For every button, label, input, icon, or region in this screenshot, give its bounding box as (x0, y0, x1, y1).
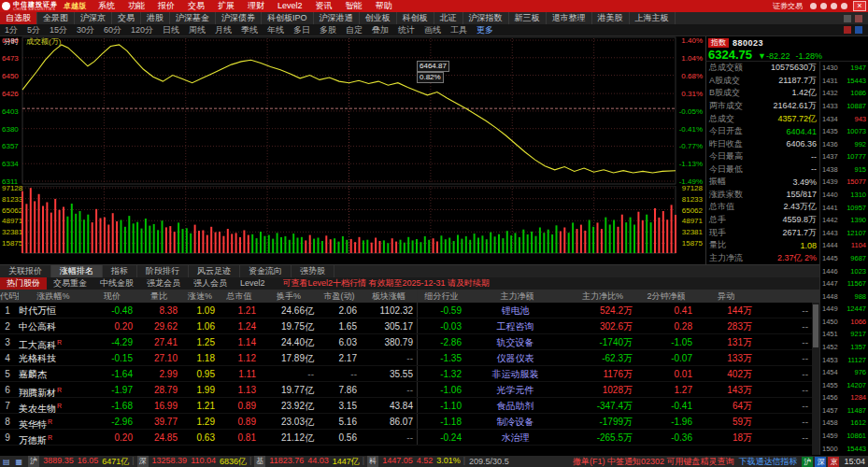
period-tab-10[interactable]: 年线 (263, 24, 289, 36)
board-tab-11[interactable]: 北证 (434, 12, 463, 24)
column-header-10[interactable]: 主力净额 (465, 290, 569, 303)
period-tab-5[interactable]: 120分 (126, 24, 158, 36)
sub-tab-5[interactable]: Level2 (234, 277, 272, 290)
price-chart-svg[interactable]: 64961.40%64731.04%64500.68%64260.31%6403… (0, 36, 705, 186)
view-tab-6[interactable]: 强势股 (292, 265, 334, 277)
period-tab-6[interactable]: 日线 (158, 24, 184, 36)
board-tab-4[interactable]: 港股 (141, 12, 170, 24)
menu-item-8[interactable]: 智能 (339, 0, 369, 12)
board-tab-16[interactable]: 上海主板 (630, 12, 676, 24)
column-header-11[interactable]: 主力净比% (569, 290, 636, 303)
index-quote-0[interactable]: 沪3889.3516.056471亿 (28, 456, 129, 467)
board-tab-3[interactable]: 交易 (112, 12, 141, 24)
table-row[interactable]: 1时代万恒-0.488.381.091.2124.66亿2.061102.32-… (0, 303, 819, 318)
view-tab-1[interactable]: 涨幅排名 (51, 265, 103, 277)
menu-item-5[interactable]: 理财 (241, 0, 271, 12)
column-header-12[interactable]: 2分钟净额 (636, 290, 696, 303)
menu-item-2[interactable]: 报价 (151, 0, 181, 12)
menu-item-9[interactable]: 帮助 (369, 0, 399, 12)
table-row[interactable]: 7美农生物R-1.6816.991.210.8923.92亿3.1543.84-… (0, 398, 819, 414)
view-tab-0[interactable]: 关联报价 (0, 265, 51, 277)
table-row[interactable]: 6翔腾新材R-1.9728.791.991.1319.77亿7.86---1.0… (0, 382, 819, 398)
market-tag-1[interactable]: 深 (815, 457, 826, 467)
column-header-5[interactable]: 总市值 (219, 290, 260, 303)
index-quote-3[interactable]: 科1447.054.523.01% (367, 456, 461, 467)
sub-tab-3[interactable]: 强龙会员 (140, 277, 187, 290)
board-tab-8[interactable]: 沪深港通 (314, 12, 360, 24)
menu-item-7[interactable]: 资讯 (309, 0, 339, 12)
board-tab-2[interactable]: 沪深京 (75, 12, 112, 24)
table-row[interactable]: 5嘉麟杰-1.642.990.951.11----35.55-1.32非运动服装… (0, 366, 819, 382)
board-tab-5[interactable]: 沪深基金 (170, 12, 216, 24)
period-tab-1[interactable]: 5分 (22, 24, 45, 36)
window-layout-icon[interactable] (855, 26, 862, 34)
alert-icon[interactable] (855, 15, 862, 22)
table-scrollbar[interactable] (812, 303, 819, 456)
board-tab-0[interactable]: 自选股 (0, 12, 37, 24)
period-tab-3[interactable]: 30分 (72, 24, 99, 36)
search-icon[interactable] (810, 3, 817, 9)
column-header-3[interactable]: 量比 (136, 290, 181, 303)
column-header-0[interactable]: 代码排名(400) (0, 290, 19, 303)
more-periods-button[interactable]: 更多 (472, 24, 498, 36)
stock-code[interactable]: 880023 (733, 38, 763, 48)
sub-tab-4[interactable]: 强人会员 (187, 277, 234, 290)
maximize-icon[interactable] (841, 3, 847, 9)
sub-tab-0[interactable]: 热门股份 (0, 277, 47, 290)
period-tab-14[interactable]: 叠加 (367, 24, 393, 36)
period-tab-7[interactable]: 周线 (184, 24, 210, 36)
column-header-7[interactable]: 市盈(动) (318, 290, 361, 303)
period-tab-15[interactable]: 统计 (393, 24, 420, 36)
column-header-6[interactable]: 换手% (260, 290, 318, 303)
market-tag-0[interactable]: 沪 (802, 457, 813, 467)
index-quote-1[interactable]: 深13258.39110.046836亿 (137, 456, 247, 467)
index-quote-2[interactable]: 基11823.7644.031447亿 (254, 456, 359, 467)
view-tab-2[interactable]: 指标 (103, 265, 137, 277)
board-tab-10[interactable]: 科创板 (397, 12, 434, 24)
sub-tab-2[interactable]: 中线金股 (93, 277, 140, 290)
hot-icon[interactable] (844, 26, 851, 34)
period-tab-2[interactable]: 15分 (45, 24, 72, 36)
column-header-1[interactable]: 涨跌幅% (19, 290, 88, 303)
period-tab-0[interactable]: 1分 (0, 24, 22, 36)
period-tab-16[interactable]: 画线 (420, 24, 446, 36)
column-header-2[interactable]: 现价 (88, 290, 136, 303)
menu-icon[interactable]: ▤ (3, 458, 10, 466)
period-tab-9[interactable]: 季线 (236, 24, 263, 36)
menu-item-4[interactable]: 扩展 (211, 0, 241, 12)
period-tab-13[interactable]: 自定 (341, 24, 367, 36)
market-tag-2[interactable]: 京 (828, 457, 839, 467)
board-tab-13[interactable]: 新三板 (509, 12, 547, 24)
board-tab-14[interactable]: 退市整理 (547, 12, 592, 24)
column-header-4[interactable]: 涨速% (181, 290, 219, 303)
download-indicator-link[interactable]: 下载通达信指标 (738, 456, 797, 467)
period-tab-17[interactable]: 工具 (446, 24, 472, 36)
scrollbar-thumb[interactable] (813, 304, 818, 347)
period-tab-4[interactable]: 60分 (99, 24, 126, 36)
view-tab-3[interactable]: 阶段排行 (137, 265, 189, 277)
menu-item-3[interactable]: 交易 (181, 0, 211, 12)
sub-tab-1[interactable]: 交易重金 (47, 277, 93, 290)
board-tab-12[interactable]: 沪深指数 (463, 12, 509, 24)
period-tab-12[interactable]: 多股 (315, 24, 341, 36)
table-row[interactable]: 3工大高科R-4.2927.411.251.1424.40亿6.03380.79… (0, 334, 819, 350)
intraday-chart-panel[interactable]: 分时 成交额(万) 64961.40%64731.04%64500.68%642… (0, 36, 705, 264)
table-row[interactable]: 4光格科技-0.1527.101.181.1217.89亿2.17---1.35… (0, 350, 819, 366)
minimize-icon[interactable] (831, 3, 837, 9)
menu-item-1[interactable]: 功能 (121, 0, 151, 12)
table-row[interactable]: 2中公高科0.2029.621.061.2419.75亿1.65305.17-0… (0, 318, 819, 334)
volume-chart-svg[interactable]: 9712897128812338123365062650624897148971… (0, 186, 705, 254)
view-tab-5[interactable]: 资金流向 (240, 265, 292, 277)
column-header-9[interactable]: 细分行业 (417, 290, 465, 303)
period-tab-8[interactable]: 月线 (210, 24, 236, 36)
table-row[interactable]: 9万德斯R0.2024.850.630.8121.12亿0.56---0.24水… (0, 430, 819, 446)
board-tab-6[interactable]: 沪深债券 (216, 12, 262, 24)
board-tab-1[interactable]: 全景图 (37, 12, 75, 24)
grid-view-icon[interactable] (844, 15, 851, 22)
board-tab-9[interactable]: 创业板 (360, 12, 397, 24)
menu-item-6[interactable]: Level2 (271, 0, 309, 12)
table-row[interactable]: 8英华特R-2.9639.771.290.8923.03亿5.1686.07-1… (0, 414, 819, 430)
period-tab-11[interactable]: 多日 (289, 24, 315, 36)
close-icon[interactable]: × (853, 1, 866, 11)
column-header-13[interactable]: 异动 (696, 290, 756, 303)
